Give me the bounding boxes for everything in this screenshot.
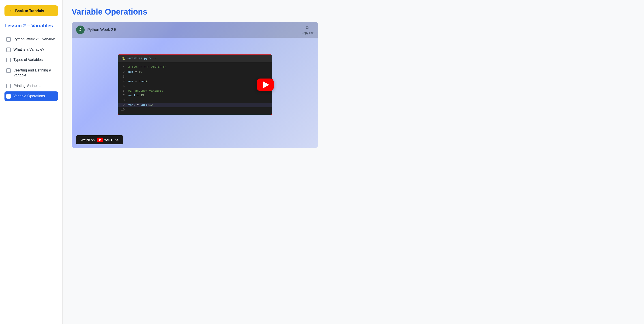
sidebar-item-what-is-variable[interactable]: What is a Variable? [4,45,58,54]
youtube-icon [97,138,103,142]
checkbox-variable-operations [6,94,11,99]
page-title: Variable Operations [72,7,635,17]
line-num-9: 9 [118,103,128,107]
code-line-1: 1 # INSIDE THE VARIABLE: [118,65,272,70]
code-text-9: var2 = var1+10 [128,103,153,107]
watch-on-youtube-button[interactable]: Watch on YouTube [76,135,123,144]
copy-link-button[interactable]: ⧉ Copy link [302,25,314,35]
nav-label-types-of-variables: Types of Variables [14,57,42,62]
code-line-9: 9 var2 = var1+10 [118,103,272,107]
code-text-1: # INSIDE THE VARIABLE: [128,66,167,69]
main-content: Variable Operations J Python Week 2 5 ⧉ … [63,0,644,324]
sidebar-item-overview[interactable]: Python Week 2: Overview [4,35,58,44]
lesson-title: Lesson 2 – Variables [4,23,58,29]
code-editor: 🐍 variables.py > ... 1 # INSIDE THE VARI… [118,55,272,115]
sidebar-item-creating-defining[interactable]: Creating and Defining a Variable [4,66,58,80]
copy-link-label: Copy link [302,31,314,35]
video-channel-info: J Python Week 2 5 [76,26,116,34]
back-to-tutorials-button[interactable]: ← Back to Tutorials [4,5,58,16]
code-line-6: 6 #In another variable [118,89,272,93]
nav-label-what-is-variable: What is a Variable? [14,47,44,52]
code-text-2: num = 10 [128,70,142,74]
video-footer: Watch on YouTube [72,132,318,148]
code-text-7: var1 = 15 [128,94,144,97]
line-num-5: 5 [118,85,128,88]
youtube-play-icon [99,138,102,141]
line-num-8: 8 [118,99,128,102]
checkbox-printing-variables [6,84,11,88]
video-header: J Python Week 2 5 ⧉ Copy link [72,22,318,38]
nav-label-variable-operations: Variable Operations [14,94,45,99]
line-num-3: 3 [118,75,128,78]
back-arrow-icon: ← [9,9,13,13]
watch-on-label: Watch on [80,138,95,142]
code-content: 1 # INSIDE THE VARIABLE: 2 num = 10 3 4 … [118,62,272,115]
code-line-5: 5 [118,84,272,89]
line-num-7: 7 [118,94,128,97]
code-line-2: 2 num = 10 [118,70,272,74]
play-triangle-icon [263,81,269,88]
channel-name: Python Week 2 5 [87,28,116,32]
sidebar-item-printing-variables[interactable]: Printing Variables [4,81,58,91]
code-line-4: 4 num = num+2 [118,79,272,84]
editor-tab-label: variables.py > ... [127,57,158,60]
nav-label-printing-variables: Printing Variables [14,83,41,88]
lesson-nav: Python Week 2: Overview What is a Variab… [4,35,58,102]
video-body: 🐍 variables.py > ... 1 # INSIDE THE VARI… [72,38,318,132]
file-icon: 🐍 [122,57,126,60]
code-line-8: 8 [118,98,272,103]
code-line-7: 7 var1 = 15 [118,93,272,98]
code-line-10: 10 [118,107,272,112]
play-button[interactable] [257,79,274,91]
checkbox-types-of-variables [6,58,11,62]
nav-label-overview: Python Week 2: Overview [14,37,55,42]
code-text-4: num = num+2 [128,80,148,83]
checkbox-overview [6,37,11,42]
sidebar-item-types-of-variables[interactable]: Types of Variables [4,55,58,65]
line-num-1: 1 [118,66,128,69]
copy-icon: ⧉ [306,25,309,30]
line-num-6: 6 [118,89,128,93]
line-num-4: 4 [118,80,128,83]
sidebar-item-variable-operations[interactable]: Variable Operations [4,91,58,101]
youtube-text: YouTube [104,138,119,142]
code-line-3: 3 [118,74,272,79]
channel-avatar: J [76,26,85,34]
line-num-10: 10 [118,108,128,111]
youtube-logo: YouTube [97,138,119,142]
checkbox-what-is-variable [6,48,11,52]
code-text-6: #In another variable [128,89,163,93]
checkbox-creating-defining [6,68,11,73]
video-container: J Python Week 2 5 ⧉ Copy link 🐍 variable… [72,22,318,148]
line-num-2: 2 [118,70,128,74]
nav-label-creating-defining: Creating and Defining a Variable [14,68,56,78]
sidebar: ← Back to Tutorials Lesson 2 – Variables… [0,0,63,324]
editor-tab: 🐍 variables.py > ... [118,55,272,62]
